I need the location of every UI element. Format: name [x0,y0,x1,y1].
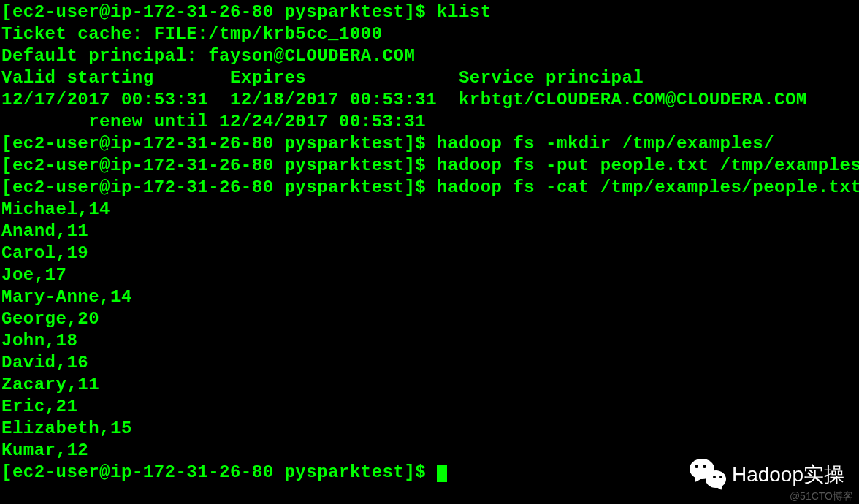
shell-prompt: [ec2-user@ip-172-31-26-80 pysparktest]$ [1,462,437,482]
output-line: Zacary,11 [1,374,858,396]
output-line: [ec2-user@ip-172-31-26-80 pysparktest]$ … [1,177,858,199]
terminal-output: [ec2-user@ip-172-31-26-80 pysparktest]$ … [1,1,858,484]
output-line: Michael,14 [1,199,858,221]
wechat-icon [690,459,726,489]
output-line: Default principal: fayson@CLOUDERA.COM [1,45,858,67]
output-line: 12/17/2017 00:53:31 12/18/2017 00:53:31 … [1,89,858,111]
output-line: David,16 [1,352,858,374]
output-line: George,20 [1,308,858,330]
output-line: Anand,11 [1,221,858,243]
output-line: Joe,17 [1,264,858,286]
output-line: [ec2-user@ip-172-31-26-80 pysparktest]$ … [1,155,858,177]
output-line: Ticket cache: FILE:/tmp/krb5cc_1000 [1,23,858,45]
output-line: John,18 [1,330,858,352]
output-line: [ec2-user@ip-172-31-26-80 pysparktest]$ … [1,1,858,23]
output-line: Valid starting Expires Service principal [1,67,858,89]
output-line: Carol,19 [1,243,858,264]
watermark-text: Hadoop实操 [732,462,844,487]
output-line: Mary-Anne,14 [1,286,858,308]
output-line: renew until 12/24/2017 00:53:31 [1,111,858,133]
sub-watermark: @51CTO博客 [790,490,853,503]
output-line: Elizabeth,15 [1,418,858,440]
watermark: Hadoop实操 [690,459,844,489]
cursor-icon [437,465,447,482]
output-line: [ec2-user@ip-172-31-26-80 pysparktest]$ … [1,133,858,155]
output-line: Eric,21 [1,396,858,418]
